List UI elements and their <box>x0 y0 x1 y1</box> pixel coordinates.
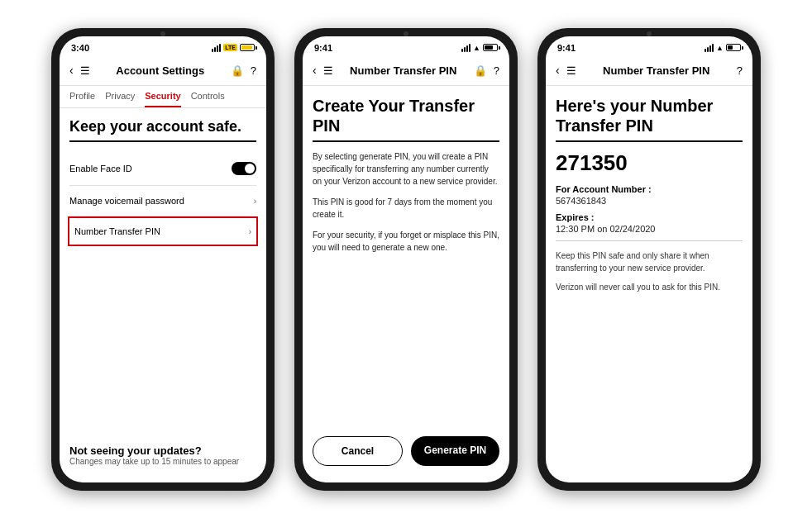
tab-privacy[interactable]: Privacy <box>105 86 135 107</box>
tab-controls[interactable]: Controls <box>191 86 225 107</box>
phone2-buttons: Cancel Generate PIN <box>313 436 499 466</box>
phone1-lock-icon[interactable]: 🔒 <box>231 64 244 77</box>
phone1-headline: Keep your account safe. <box>69 118 256 136</box>
transfer-pin: 271350 <box>556 150 743 176</box>
phone3-screen: 9:41 ▲ ‹ ☰ Number Transfer PIN ? <box>546 36 752 482</box>
phone3-status-bar: 9:41 ▲ <box>546 36 752 56</box>
account-label: For Account Number : <box>556 184 743 194</box>
phone3-signal <box>705 44 714 52</box>
phone3-navbar: ‹ ☰ Number Transfer PIN ? <box>546 56 752 86</box>
phone1-time: 3:40 <box>71 43 89 53</box>
tab-profile[interactable]: Profile <box>69 86 95 107</box>
phone1-navbar: ‹ ☰ Account Settings 🔒 ? <box>60 56 266 86</box>
phone3-battery <box>726 44 741 51</box>
not-seeing-label: Not seeing your updates? <box>69 444 256 457</box>
phone1-help-icon[interactable]: ? <box>251 64 256 77</box>
phone2-divider <box>313 140 499 142</box>
phone1-status-bar: 3:40 LTE <box>60 36 266 56</box>
phone2-navbar: ‹ ☰ Number Transfer PIN 🔒 ? <box>303 56 509 86</box>
phone2-help-icon[interactable]: ? <box>494 64 499 77</box>
phone3-top-dot <box>647 31 652 36</box>
phone1-signal <box>212 44 221 52</box>
phone1-back-icon[interactable]: ‹ <box>69 64 74 77</box>
phone3-wifi-icon: ▲ <box>716 44 724 52</box>
phone1-nav-title: Account Settings <box>97 64 224 77</box>
phone3-content: Here's your Number Transfer PIN 271350 F… <box>546 86 752 482</box>
phone-1: 3:40 LTE ‹ ☰ Account Settings 🔒 <box>51 28 275 491</box>
phone3-divider <box>556 140 743 142</box>
phone1-top-dot <box>160 31 165 36</box>
setting-number-transfer[interactable]: Number Transfer PIN › <box>68 216 258 246</box>
phone2-screen: 9:41 ▲ ‹ ☰ Number Transfer PIN 🔒 <box>303 36 509 482</box>
phone1-battery <box>240 44 255 51</box>
phone1-divider <box>69 140 256 142</box>
phone1-status-icons: LTE <box>212 44 255 52</box>
account-value: 5674361843 <box>556 196 743 206</box>
phone1-content: Keep your account safe. Enable Face ID M… <box>60 108 266 482</box>
cancel-button[interactable]: Cancel <box>313 436 403 466</box>
voicemail-label: Manage voicemail password <box>69 196 184 206</box>
phone-2: 9:41 ▲ ‹ ☰ Number Transfer PIN 🔒 <box>294 28 518 491</box>
phone2-menu-icon[interactable]: ☰ <box>323 64 333 77</box>
phone2-wifi-icon: ▲ <box>473 44 480 52</box>
not-seeing-sub: Changes may take up to 15 minutes to app… <box>69 457 256 466</box>
phone3-nav-right: ? <box>737 64 743 77</box>
phone2-nav-right: 🔒 ? <box>474 64 499 77</box>
phone3-big-title: Here's your Number Transfer PIN <box>556 96 743 135</box>
phone3-divider2 <box>556 240 743 241</box>
phone2-nav-title: Number Transfer PIN <box>340 64 467 77</box>
tab-security[interactable]: Security <box>145 86 180 107</box>
phone3-time: 9:41 <box>557 43 576 53</box>
phone2-lock-icon[interactable]: 🔒 <box>474 64 487 77</box>
phone2-signal <box>461 44 470 52</box>
phone2-top-dot <box>404 31 408 36</box>
phone-3: 9:41 ▲ ‹ ☰ Number Transfer PIN ? <box>537 28 761 491</box>
phone2-battery <box>483 44 498 51</box>
setting-voicemail[interactable]: Manage voicemail password › <box>69 186 256 216</box>
phone1-bottom: Not seeing your updates? Changes may tak… <box>69 444 256 466</box>
setting-face-id[interactable]: Enable Face ID <box>69 152 256 186</box>
phone1-nav-right: 🔒 ? <box>231 64 256 77</box>
pin-note2: Verizon will never call you to ask for t… <box>556 281 743 293</box>
phone3-nav-title: Number Transfer PIN <box>583 64 730 77</box>
phone3-back-icon[interactable]: ‹ <box>556 64 560 77</box>
face-id-toggle[interactable] <box>232 162 256 175</box>
phone2-desc3: For your security, if you forget or misp… <box>313 229 499 254</box>
phone1-lte: LTE <box>223 44 237 51</box>
phone1-tabs: Profile Privacy Security Controls <box>60 86 266 108</box>
phone3-menu-icon[interactable]: ☰ <box>566 64 576 77</box>
phone2-big-title: Create Your Transfer PIN <box>313 96 499 135</box>
phone2-desc2: This PIN is good for 7 days from the mom… <box>313 196 499 221</box>
phone2-desc1: By selecting generate PIN, you will crea… <box>313 150 499 188</box>
phone3-status-icons: ▲ <box>705 44 741 52</box>
phone1-menu-icon[interactable]: ☰ <box>80 64 90 77</box>
face-id-label: Enable Face ID <box>69 164 132 173</box>
phone2-content: Create Your Transfer PIN By selecting ge… <box>303 86 509 482</box>
generate-pin-button[interactable]: Generate PIN <box>411 436 499 466</box>
number-transfer-label: Number Transfer PIN <box>74 226 160 236</box>
number-transfer-chevron: › <box>249 227 251 236</box>
expires-label: Expires : <box>556 212 743 222</box>
phone2-status-icons: ▲ <box>461 44 498 52</box>
voicemail-chevron: › <box>254 197 256 206</box>
phone1-screen: 3:40 LTE ‹ ☰ Account Settings 🔒 <box>60 36 266 482</box>
phone2-back-icon[interactable]: ‹ <box>313 64 317 77</box>
expires-value: 12:30 PM on 02/24/2020 <box>556 224 743 234</box>
phone2-time: 9:41 <box>314 43 332 53</box>
pin-note1: Keep this PIN safe and only share it whe… <box>556 249 743 274</box>
phone2-status-bar: 9:41 ▲ <box>303 36 509 56</box>
phone3-help-icon[interactable]: ? <box>737 64 743 77</box>
